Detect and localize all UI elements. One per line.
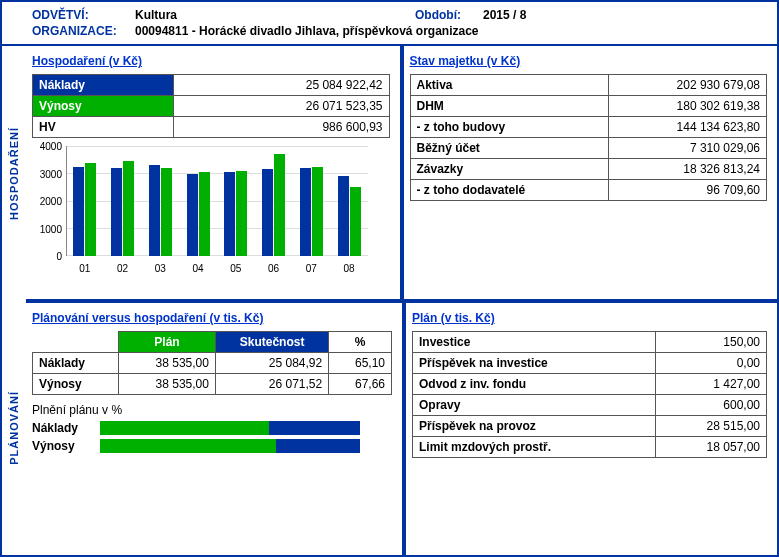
- table-row-label: - z toho budovy: [410, 117, 609, 138]
- table-row-label: DHM: [410, 96, 609, 117]
- table-row-value: 7 310 029,06: [609, 138, 767, 159]
- x-tick: 02: [117, 263, 128, 274]
- table-row-label: Příspěvek na provoz: [413, 415, 656, 436]
- table-row-label: Aktiva: [410, 75, 609, 96]
- bar: [85, 163, 96, 257]
- vynosy-value: 26 071 523,35: [174, 96, 389, 117]
- table-row-value: 96 709,60: [609, 180, 767, 201]
- table-row-label: Příspěvek na investice: [413, 352, 656, 373]
- y-tick: 1000: [32, 223, 62, 234]
- bar-group: [149, 165, 172, 256]
- y-tick: 4000: [32, 141, 62, 152]
- progress-fill: [100, 421, 269, 435]
- odvetvi-label: ODVĚTVÍ:: [32, 8, 127, 22]
- table-row-value: 180 302 619,38: [609, 96, 767, 117]
- progress-label: Výnosy: [32, 439, 92, 453]
- panel-plan: Plán (v tis. Kč) Investice150,00Příspěve…: [402, 303, 777, 556]
- hv-value: 986 600,93: [174, 117, 389, 138]
- progress-track: [100, 439, 360, 453]
- pct-value: 67,66: [329, 373, 392, 394]
- x-tick: 04: [193, 263, 204, 274]
- col-skut: Skutečnost: [215, 331, 328, 352]
- bar: [73, 167, 84, 256]
- naklady-value: 25 084 922,42: [174, 75, 389, 96]
- bar-group: [300, 167, 323, 256]
- org-value: 00094811 - Horácké divadlo Jihlava, přís…: [135, 24, 479, 38]
- skut-value: 25 084,92: [215, 352, 328, 373]
- table-row-value: 28 515,00: [655, 415, 766, 436]
- tab-hospodareni[interactable]: HOSPODAŘENÍ: [2, 46, 26, 301]
- col-pct: %: [329, 331, 392, 352]
- x-tick: 07: [306, 263, 317, 274]
- table-row-label: Limit mzdových prostř.: [413, 436, 656, 457]
- report-header: ODVĚTVÍ: Kultura Období: 2015 / 8 ORGANI…: [2, 2, 777, 46]
- bar: [224, 172, 235, 256]
- bar: [161, 168, 172, 256]
- bar: [312, 167, 323, 256]
- panel-majetek: Stav majetku (v Kč) Aktiva202 930 679,08…: [400, 46, 778, 299]
- x-tick: 03: [155, 263, 166, 274]
- bar: [274, 154, 285, 256]
- table-row-value: 1 427,00: [655, 373, 766, 394]
- skut-value: 26 071,52: [215, 373, 328, 394]
- panel-plan-vs-hosp: Plánování versus hospodaření (v tis. Kč)…: [26, 303, 402, 556]
- bar: [111, 168, 122, 256]
- table-row-value: 144 134 623,80: [609, 117, 767, 138]
- panel-hospodareni: Hospodaření (v Kč) Náklady 25 084 922,42…: [26, 46, 400, 299]
- bar: [149, 165, 160, 256]
- majetek-title[interactable]: Stav majetku (v Kč): [410, 54, 521, 68]
- naklady-label: Náklady: [33, 75, 174, 96]
- table-row-label: Investice: [413, 331, 656, 352]
- bar: [123, 161, 134, 256]
- planhosp-title[interactable]: Plánování versus hospodaření (v tis. Kč): [32, 311, 263, 325]
- table-row-value: 18 326 813,24: [609, 159, 767, 180]
- table-row-value: 150,00: [655, 331, 766, 352]
- x-tick: 08: [344, 263, 355, 274]
- col-plan: Plán: [119, 331, 216, 352]
- progress-track: [100, 421, 360, 435]
- obdobi-label: Období:: [415, 8, 475, 22]
- tab-planovani[interactable]: PLÁNOVÁNÍ: [2, 301, 26, 556]
- hospodareni-title[interactable]: Hospodaření (v Kč): [32, 54, 142, 68]
- table-row-label: Náklady: [33, 352, 119, 373]
- report-page: ODVĚTVÍ: Kultura Období: 2015 / 8 ORGANI…: [0, 0, 779, 557]
- bar: [236, 171, 247, 256]
- bar: [338, 176, 349, 256]
- majetek-table: Aktiva202 930 679,08DHM180 302 619,38- z…: [410, 74, 768, 201]
- progress-label: Náklady: [32, 421, 92, 435]
- bar: [350, 187, 361, 256]
- planhosp-table: Plán Skutečnost % Náklady 38 535,00 25 0…: [32, 331, 392, 395]
- y-tick: 3000: [32, 168, 62, 179]
- table-row-value: 202 930 679,08: [609, 75, 767, 96]
- bar-group: [338, 176, 361, 256]
- x-tick: 01: [79, 263, 90, 274]
- org-label: ORGANIZACE:: [32, 24, 127, 38]
- plan-value: 38 535,00: [119, 373, 216, 394]
- progress-fill: [100, 439, 276, 453]
- bar-group: [187, 172, 210, 256]
- bar: [300, 168, 311, 256]
- x-tick: 06: [268, 263, 279, 274]
- table-row-value: 0,00: [655, 352, 766, 373]
- bar: [262, 169, 273, 256]
- bar-group: [111, 161, 134, 256]
- table-row-value: 18 057,00: [655, 436, 766, 457]
- bar-group: [224, 171, 247, 256]
- table-row-label: - z toho dodavatelé: [410, 180, 609, 201]
- bar: [199, 172, 210, 256]
- vynosy-label: Výnosy: [33, 96, 174, 117]
- plan-table: Investice150,00Příspěvek na investice0,0…: [412, 331, 767, 458]
- table-row-label: Závazky: [410, 159, 609, 180]
- bar-group: [73, 163, 96, 257]
- progress-row: Náklady: [32, 421, 392, 435]
- table-row-label: Opravy: [413, 394, 656, 415]
- pct-value: 65,10: [329, 352, 392, 373]
- bar: [187, 174, 198, 257]
- pb-title: Plnění plánu v %: [32, 403, 392, 417]
- bar-group: [262, 154, 285, 256]
- odvetvi-value: Kultura: [135, 8, 177, 22]
- plan-title[interactable]: Plán (v tis. Kč): [412, 311, 495, 325]
- table-row-value: 600,00: [655, 394, 766, 415]
- obdobi-value: 2015 / 8: [483, 8, 526, 22]
- y-tick: 0: [32, 251, 62, 262]
